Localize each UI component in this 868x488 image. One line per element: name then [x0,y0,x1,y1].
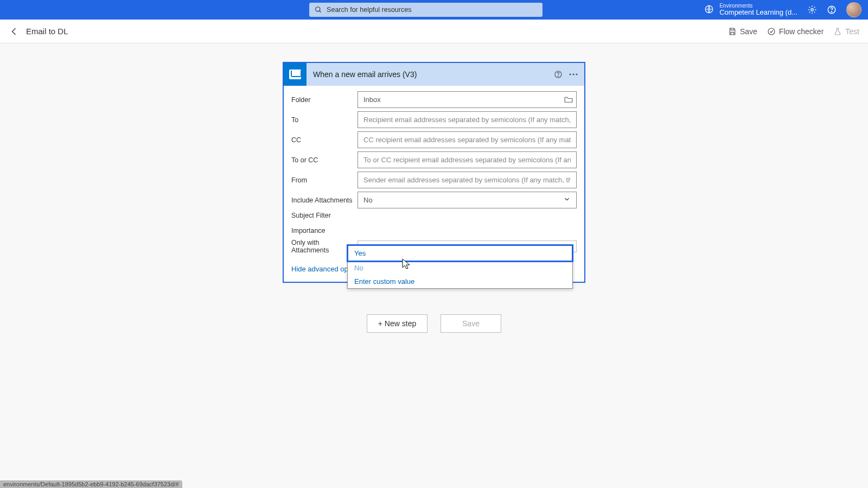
trigger-title: When a new email arrives (V3) [307,70,554,79]
chevron-down-icon [563,195,571,205]
include-attachments-dropdown: Yes No Enter custom value [347,245,573,289]
include-att-label: Include Attachments [291,197,358,204]
environment-icon [704,4,714,15]
dropdown-option-custom[interactable]: Enter custom value [348,275,572,288]
environment-label: Environments [719,3,797,9]
svg-point-6 [768,28,775,35]
help-trigger-icon[interactable] [554,70,563,79]
toorcc-input[interactable] [358,151,577,168]
include-att-value: No [363,196,373,204]
cc-input[interactable] [358,131,577,148]
svg-line-1 [320,11,321,12]
environment-value: Competent Learning (d... [719,8,797,16]
new-step-button[interactable]: + New step [367,314,427,333]
avatar[interactable] [846,2,861,17]
bottom-save-button[interactable]: Save [441,314,501,333]
flow-checker-button[interactable]: Flow checker [767,27,824,36]
folder-input[interactable] [358,91,577,108]
test-label: Test [845,27,859,36]
svg-point-5 [831,11,832,12]
svg-point-9 [569,73,571,75]
svg-point-3 [811,9,814,11]
importance-label: Importance [291,227,358,235]
global-search[interactable] [309,3,542,17]
svg-point-11 [576,73,577,75]
status-text: environments/Default-1895d5b2-ebb9-4192-… [0,480,182,488]
from-input[interactable] [358,172,577,188]
trigger-header[interactable]: When a new email arrives (V3) [284,63,584,86]
settings-icon[interactable] [807,5,817,15]
environment-picker[interactable]: Environments Competent Learning (d... [704,3,797,16]
toorcc-label: To or CC [291,156,358,164]
save-label: Save [740,27,757,36]
dropdown-option-yes[interactable]: Yes [348,245,572,261]
save-button[interactable]: Save [728,27,757,36]
help-icon[interactable] [827,5,837,15]
flow-title: Email to DL [26,27,68,36]
subject-filter-label: Subject Filter [291,212,358,219]
back-button[interactable] [9,26,20,37]
search-input[interactable] [327,6,537,14]
to-label: To [291,116,358,124]
svg-point-10 [572,73,574,75]
search-icon [315,6,322,14]
folder-label: Folder [291,96,358,104]
folder-picker-icon[interactable] [564,95,573,106]
outlook-icon [284,63,307,86]
cc-label: CC [291,136,358,144]
to-input[interactable] [358,111,577,128]
from-label: From [291,176,358,184]
more-icon[interactable] [569,73,578,75]
svg-point-8 [558,76,558,77]
flow-checker-label: Flow checker [779,27,824,36]
svg-point-0 [316,7,320,11]
include-att-select[interactable]: No [358,192,577,208]
dropdown-option-no[interactable]: No [348,261,572,275]
test-button[interactable]: Test [833,27,859,36]
